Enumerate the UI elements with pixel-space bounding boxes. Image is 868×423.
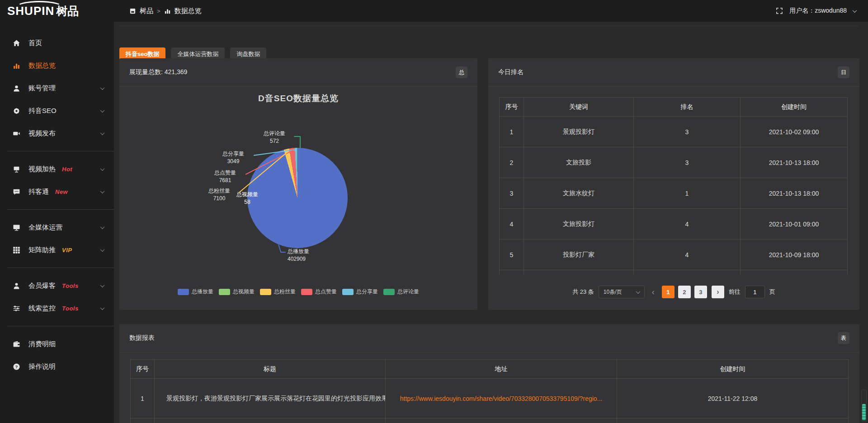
legend-item-0[interactable]: 总播放量 [178, 288, 213, 296]
table-cell: 投影灯厂家 [524, 240, 634, 270]
divider [119, 26, 859, 26]
table-cell: 4 [500, 209, 524, 240]
scrollbar-thumb[interactable] [862, 404, 866, 420]
sidebar-item-label: 消费明细 [28, 340, 56, 348]
table-cell [386, 418, 617, 423]
sidebar-item-data-overview[interactable]: 数据总览 [0, 54, 114, 77]
sidebar-item-member-baoke[interactable]: 会员爆客Tools [0, 274, 114, 297]
sidebar-item-label: 会员爆客 [28, 282, 56, 290]
table-cell: 文旅水纹灯 [524, 178, 634, 209]
next-page-button[interactable]: › [712, 286, 724, 298]
chevron-down-icon [100, 306, 105, 310]
label-line [278, 244, 281, 253]
table-header-row: 序号标题地址创建时间 [131, 360, 849, 379]
sidebar-item-label: 抖音SEO [28, 107, 57, 115]
sidebar-item-expense-detail[interactable]: 消费明细 [0, 333, 114, 355]
sidebar-item-video-publish[interactable]: 视频发布 [0, 122, 114, 145]
report-card: 数据报表 表 序号标题地址创建时间 1景观投影灯，夜游景观投影灯厂家展示展示落花… [119, 324, 859, 423]
table-cell: 1 [634, 178, 741, 209]
page-scrollbar[interactable] [861, 390, 867, 422]
chevron-down-icon [636, 289, 640, 294]
sidebar-item-instructions[interactable]: ?操作说明 [0, 355, 114, 378]
legend-item-4[interactable]: 总分享量 [342, 288, 378, 296]
legend-label: 总分享量 [356, 288, 378, 296]
report-table-wrap: 序号标题地址创建时间 1景观投影灯，夜游景观投影灯厂家展示展示落花灯在花园里的灯… [130, 359, 849, 423]
sidebar-item-douketong[interactable]: 抖客通New [0, 180, 114, 203]
table-cell: 5 [500, 240, 524, 270]
page-button-2[interactable]: 2 [678, 286, 691, 298]
pie-label-name: 总视频量 [231, 191, 263, 198]
legend-label: 总粉丝量 [274, 288, 296, 296]
sidebar-item-douyin-seo[interactable]: 抖音SEO [0, 99, 114, 122]
legend-swatch [342, 289, 354, 295]
chat-icon [13, 188, 22, 196]
table-toggle-button[interactable]: 表 [838, 332, 849, 344]
prev-page-button[interactable]: ‹ [649, 286, 657, 298]
logo-arc [16, 1, 62, 13]
column-header: 关键词 [524, 98, 634, 117]
legend-item-5[interactable]: 总评论量 [383, 288, 419, 296]
table-cell: 2 [500, 147, 524, 178]
table-cell: https://www.iesdouyin.com/share/video/70… [386, 379, 617, 418]
sidebar-item-badge: VIP [62, 247, 72, 254]
chevron-down-icon [100, 189, 105, 193]
page-button-3[interactable]: 3 [694, 286, 707, 298]
page-size-select[interactable]: 10条/页 [599, 286, 645, 298]
sidebar-item-account-manage[interactable]: 账号管理 [0, 77, 114, 99]
impressions-total: 展现量总数: 421,369 [129, 68, 187, 76]
day-toggle-button[interactable]: 日 [838, 66, 849, 78]
app-logo: SHUPIN 树品 [0, 0, 114, 22]
table-row-clipped [131, 418, 849, 423]
breadcrumb-root[interactable]: 树品 [140, 7, 153, 15]
label-line [300, 136, 301, 148]
goto-unit: 页 [769, 288, 775, 296]
video-link[interactable]: https://www.iesdouyin.com/share/video/70… [400, 395, 603, 402]
heat-icon [13, 165, 22, 173]
legend-label: 总点赞量 [315, 288, 337, 296]
username-dropdown[interactable]: 用户名：zswodun88 [789, 7, 847, 15]
legend-label: 总视频量 [233, 288, 255, 296]
goto-page-input[interactable]: 1 [745, 286, 765, 298]
legend-swatch [260, 289, 271, 295]
total-toggle-button[interactable]: 总 [456, 66, 467, 78]
home-icon [13, 39, 22, 47]
sidebar-divider [7, 151, 114, 151]
table-row: 2文旅投影32021-10-13 18:00 [500, 147, 848, 178]
sidebar-item-label: 全媒体运营 [28, 223, 62, 232]
pie-label-comments: 总评论量 572 [255, 130, 293, 145]
table-cell: 4 [634, 240, 741, 270]
sidebar-item-badge: Tools [62, 282, 79, 289]
main-content: 抖音seo数据全媒体运营数据询盘数据 展现量总数: 421,369 总 D音SE… [114, 22, 868, 423]
table-cell: 1 [131, 379, 155, 418]
sidebar-item-video-heat[interactable]: 视频加热Hot [0, 158, 114, 180]
video-title-cell: 景观投影灯，夜游景观投影灯厂家展示展示落花灯在花园里的灯光投影应用效果 # [155, 379, 386, 418]
table-row: 1景观投影灯，夜游景观投影灯厂家展示展示落花灯在花园里的灯光投影应用效果 #ht… [131, 379, 849, 418]
sidebar-item-matrix-boost[interactable]: 矩阵助推VIP [0, 239, 114, 261]
column-header: 标题 [155, 360, 386, 379]
legend-label: 总播放量 [192, 288, 213, 296]
legend-item-2[interactable]: 总粉丝量 [260, 288, 296, 296]
legend-item-1[interactable]: 总视频量 [219, 288, 255, 296]
table-header-row: 序号关键词排名创建时间 [500, 98, 848, 117]
chevron-down-icon [100, 166, 105, 171]
sidebar-item-home[interactable]: 首页 [0, 32, 114, 54]
page-size-value: 10条/页 [604, 288, 622, 296]
legend-item-3[interactable]: 总点赞量 [301, 288, 337, 296]
pie-label-name: 总播放量 [288, 248, 328, 255]
user-icon [13, 85, 22, 92]
legend-label: 总评论量 [397, 288, 419, 296]
sidebar-item-label: 数据总览 [28, 61, 56, 70]
chart-title: D音SEO数据量总览 [119, 93, 477, 104]
svg-text:?: ? [15, 364, 18, 369]
fullscreen-icon[interactable] [776, 7, 783, 14]
sidebar-item-clue-monitor[interactable]: 线索监控Tools [0, 297, 114, 320]
sidebar-item-media-operation[interactable]: 全媒体运营 [0, 216, 114, 239]
sidebar-item-label: 线索监控 [28, 304, 56, 313]
table-cell [741, 270, 848, 275]
sidebar-menu: 首页数据总览账号管理抖音SEO视频发布视频加热Hot抖客通New全媒体运营矩阵助… [0, 32, 114, 378]
pie-label-videos: 总视频量 58 [231, 191, 263, 206]
breadcrumb-separator: > [157, 8, 160, 14]
page-button-1[interactable]: 1 [662, 286, 675, 298]
table-cell [500, 270, 524, 275]
monitor-icon [13, 224, 22, 231]
